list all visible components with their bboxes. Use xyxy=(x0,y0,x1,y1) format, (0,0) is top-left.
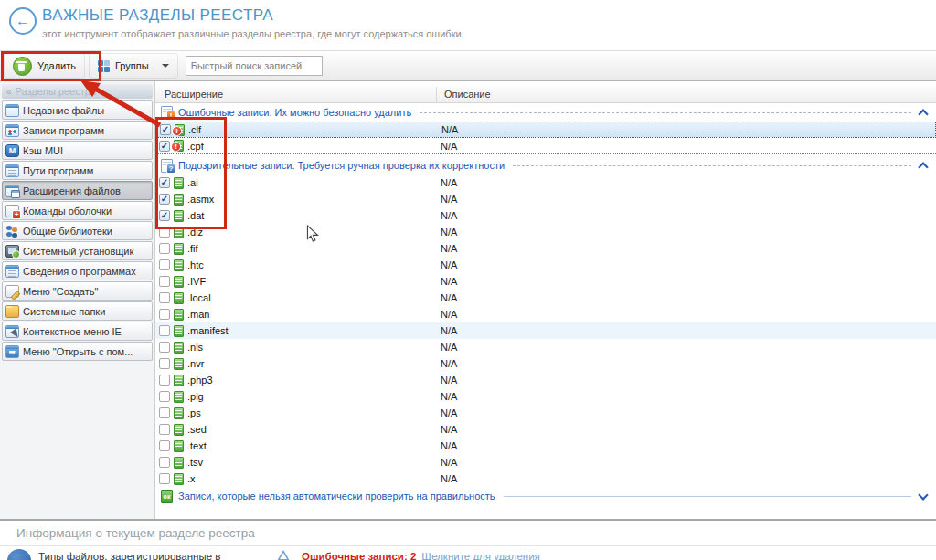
checkbox[interactable] xyxy=(159,342,170,353)
checkbox[interactable]: ✓ xyxy=(159,177,170,188)
sidebar-item[interactable]: Меню "Создать" xyxy=(2,281,153,301)
table-row[interactable]: ✓.asmxN/A xyxy=(155,191,936,207)
group-header[interactable]: Ошибочные записи. Их можно безопасно уда… xyxy=(155,103,936,122)
file-icon xyxy=(174,358,184,370)
sidebar-item-label: Команды оболочки xyxy=(23,206,112,217)
table-row[interactable]: .nlsN/A xyxy=(155,339,936,355)
table-row[interactable]: ✓.cpfN/A xyxy=(155,138,936,154)
checkbox[interactable] xyxy=(159,227,170,238)
checkbox[interactable] xyxy=(159,375,170,386)
extension-description: N/A xyxy=(433,141,936,152)
extension-description: N/A xyxy=(433,473,936,484)
extension-description: N/A xyxy=(433,358,936,369)
sidebar-item[interactable]: Команды оболочки xyxy=(2,201,153,220)
sidebar-item[interactable]: Пути программ xyxy=(2,161,153,180)
checkbox[interactable]: ✓ xyxy=(159,194,170,205)
checkbox[interactable]: ✓ xyxy=(159,210,170,221)
table-row[interactable]: .plgN/A xyxy=(155,388,936,405)
extension-name: .x xyxy=(187,473,196,484)
checkbox[interactable] xyxy=(159,243,170,254)
table-row[interactable]: .manifestN/A xyxy=(155,322,936,339)
sidebar-item-label: Сведения о программах xyxy=(23,266,136,277)
table-row[interactable]: .nvrN/A xyxy=(155,355,936,372)
checkbox[interactable]: ✓ xyxy=(159,141,170,152)
extension-description: N/A xyxy=(434,124,935,135)
table-row[interactable]: .dizN/A xyxy=(155,224,936,240)
sidebar-item[interactable]: Меню "Открыть с пом... xyxy=(2,342,153,361)
error-group-icon xyxy=(161,106,173,120)
delete-button[interactable]: Удалить xyxy=(4,53,85,79)
chevron-down-icon[interactable] xyxy=(918,490,928,500)
table-row[interactable]: .textN/A xyxy=(155,438,936,454)
file-icon xyxy=(174,210,184,222)
extension-name: .asmx xyxy=(187,194,214,205)
sidebar-item[interactable]: Общие библиотеки xyxy=(2,221,153,240)
file-icon xyxy=(174,457,184,469)
sidebar-item[interactable]: Контекстное меню IE xyxy=(2,322,153,341)
checkbox[interactable] xyxy=(159,407,170,418)
extension-description: N/A xyxy=(433,325,936,336)
sidebar-item[interactable]: Недавние файлы xyxy=(2,100,153,120)
table-row[interactable]: .sedN/A xyxy=(155,421,936,438)
page-title: ВАЖНЫЕ РАЗДЕЛЫ РЕЕСТРА xyxy=(42,6,464,25)
checkbox[interactable] xyxy=(159,276,170,287)
checkbox[interactable] xyxy=(159,292,170,303)
checkbox[interactable] xyxy=(159,424,170,435)
group-label: Записи, которые нельзя автоматически про… xyxy=(178,491,495,502)
extension-name: .text xyxy=(187,440,207,451)
extension-description: N/A xyxy=(433,276,936,287)
delete-action-link[interactable]: Щелкните для удаления xyxy=(421,551,539,560)
checkbox[interactable] xyxy=(159,391,170,402)
back-button[interactable]: ← xyxy=(9,7,37,35)
extension-name: .fif xyxy=(187,243,198,254)
chevron-up-icon[interactable] xyxy=(918,162,928,172)
chevron-up-icon[interactable] xyxy=(918,109,928,119)
table-row[interactable]: .fifN/A xyxy=(155,240,936,257)
table-row[interactable]: .php3N/A xyxy=(155,372,936,388)
sidebar-header[interactable]: «Разделы реестра xyxy=(2,84,153,99)
checkbox[interactable] xyxy=(159,309,170,320)
table-row[interactable]: ✓.clfN/A xyxy=(155,122,936,138)
table-row[interactable]: .localN/A xyxy=(155,290,936,306)
sidebar-item[interactable]: Записи программ xyxy=(2,121,153,140)
checkbox[interactable] xyxy=(159,325,170,336)
error-file-icon xyxy=(174,140,184,152)
extension-description: N/A xyxy=(433,292,936,303)
divider xyxy=(420,112,911,113)
extension-name: .IVF xyxy=(187,276,206,287)
delete-button-label: Удалить xyxy=(37,60,76,71)
warning-icon xyxy=(277,550,290,560)
checkbox[interactable] xyxy=(159,358,170,369)
sidebar-item[interactable]: Сведения о программах xyxy=(2,261,153,280)
extension-name: .htc xyxy=(187,259,204,270)
table-row[interactable]: .tsvN/A xyxy=(155,454,936,470)
groups-button[interactable]: Группы xyxy=(89,53,178,79)
group-header[interactable]: Подозрительные записи. Требуется ручная … xyxy=(155,154,936,174)
table-row[interactable]: .IVFN/A xyxy=(155,273,936,290)
table-row[interactable]: .psN/A xyxy=(155,405,936,421)
checkbox[interactable] xyxy=(159,457,170,468)
search-input[interactable] xyxy=(186,56,323,76)
table-row[interactable]: .xN/A xyxy=(155,470,936,487)
collapse-icon: « xyxy=(6,87,12,97)
table-row[interactable]: .htcN/A xyxy=(155,257,936,273)
sidebar-item[interactable]: MКэш MUI xyxy=(2,141,153,160)
group-header[interactable]: Записи, которые нельзя автоматически про… xyxy=(155,487,936,505)
checkbox[interactable] xyxy=(159,440,170,451)
file-icon xyxy=(174,276,184,288)
column-header-extension[interactable]: Расширение xyxy=(155,87,437,102)
checkbox[interactable] xyxy=(159,473,170,484)
chevron-down-icon[interactable] xyxy=(162,64,169,68)
table-row[interactable]: ✓.aiN/A xyxy=(155,174,936,191)
table-row[interactable]: .manN/A xyxy=(155,306,936,322)
group-label: Подозрительные записи. Требуется ручная … xyxy=(178,160,505,171)
sidebar-item[interactable]: Расширения файлов xyxy=(2,181,153,200)
column-header-description[interactable]: Описание xyxy=(437,87,936,102)
sidebar-item[interactable]: Системные папки xyxy=(2,301,153,321)
table-row[interactable]: ✓.datN/A xyxy=(155,207,936,224)
sidebar-item[interactable]: Системный установщик xyxy=(2,241,153,260)
checkbox[interactable]: ✓ xyxy=(160,124,171,135)
extension-description: N/A xyxy=(433,194,936,205)
sidebar-item-label: Меню "Открыть с пом... xyxy=(23,346,133,357)
checkbox[interactable] xyxy=(159,259,170,270)
